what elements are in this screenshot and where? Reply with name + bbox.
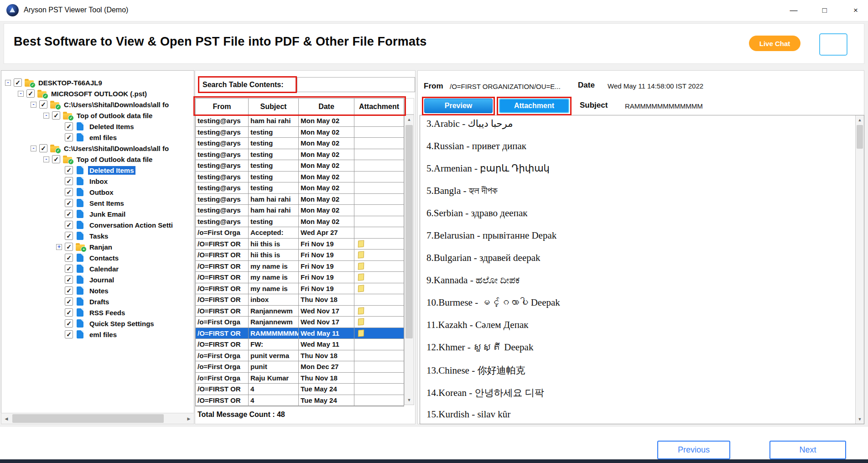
message-row[interactable]: testing@arysham hai rahiMon May 02 (196, 115, 404, 127)
tree-item-drafts[interactable]: ✓Drafts (1, 296, 194, 307)
table-vertical-scrollbar[interactable]: ▲ ▼ (404, 114, 414, 405)
message-row[interactable]: /O=FIRST OR (196, 406, 404, 406)
checkbox[interactable]: ✓ (65, 210, 73, 218)
preview-tab-button[interactable]: Preview (424, 99, 493, 113)
column-header-attachment[interactable]: Attachment (354, 99, 404, 115)
message-row[interactable]: testing@arystestingMon May 02 (196, 160, 404, 172)
tree-horizontal-scrollbar[interactable]: ◀ ▶ (1, 413, 194, 424)
tree-item-deleted-items[interactable]: ✓Deleted Items (1, 165, 194, 176)
message-row[interactable]: testing@arysham hai rahiMon May 02 (196, 205, 404, 216)
checkbox[interactable]: ✓ (65, 308, 73, 317)
checkbox[interactable]: ✓ (65, 286, 73, 295)
message-row[interactable]: testing@arystestingMon May 02 (196, 182, 404, 194)
message-row[interactable]: /O=FIRST OR4Tue May 24 (196, 395, 404, 406)
checkbox[interactable]: ✓ (65, 221, 73, 229)
message-row[interactable]: /O=FIRST ORRAMMMMMMMMWed May 11 (196, 328, 404, 339)
tree-item-notes[interactable]: ✓Notes (1, 285, 194, 296)
scrollbar-thumb[interactable] (857, 125, 863, 149)
collapse-icon[interactable]: - (31, 102, 36, 108)
message-row[interactable]: testing@arystestingMon May 02 (196, 149, 404, 161)
checkbox[interactable]: ✓ (65, 243, 73, 251)
search-input[interactable] (297, 77, 415, 92)
message-row[interactable]: testing@arystestingMon May 02 (196, 172, 404, 183)
close-button[interactable]: × (851, 6, 861, 15)
tree-item-eml-files[interactable]: ✓eml files (1, 329, 194, 340)
collapse-icon[interactable]: - (5, 80, 11, 86)
tree-item-microsoft-outlook-pst[interactable]: -✓✓MICROSOFT OUTLOOK (.pst) (1, 88, 194, 99)
message-row[interactable]: /o=First Orgapunit vermaThu Nov 18 (196, 350, 404, 362)
tree-item-inbox[interactable]: ✓Inbox (1, 176, 194, 187)
scroll-up-arrow-icon[interactable]: ▲ (856, 115, 864, 125)
message-row[interactable]: /O=FIRST ORinboxThu Nov 18 (196, 294, 404, 306)
tree-item-junk-email[interactable]: ✓Junk Email (1, 208, 194, 219)
tree-item-journal[interactable]: ✓Journal (1, 274, 194, 285)
tree-item-top-of-outlook-data-file[interactable]: -✓✓Top of Outlook data file (1, 110, 194, 121)
tree-item-sent-items[interactable]: ✓Sent Items (1, 198, 194, 208)
scrollbar-thumb[interactable] (12, 414, 164, 423)
checkbox[interactable]: ✓ (65, 177, 73, 185)
tree-item-ranjan[interactable]: +✓+Ranjan (1, 241, 194, 252)
tree-item-calendar[interactable]: ✓Calendar (1, 263, 194, 274)
column-header-date[interactable]: Date (299, 99, 354, 115)
message-row[interactable]: /O=FIRST OR4Tue May 24 (196, 384, 404, 395)
scroll-right-arrow-icon[interactable]: ▶ (184, 416, 194, 421)
message-row[interactable]: testing@arystestingMon May 02 (196, 127, 404, 138)
checkbox[interactable]: ✓ (26, 89, 35, 98)
tree-item-eml-files[interactable]: ✓eml files (1, 132, 194, 143)
tree-item-rss-feeds[interactable]: ✓RSS Feeds (1, 307, 194, 318)
next-button[interactable]: Next (769, 441, 846, 459)
tree-item-deleted-items[interactable]: ✓Deleted Items (1, 121, 194, 132)
column-header-from[interactable]: From (196, 99, 249, 115)
message-row[interactable]: /O=FIRST ORRanjannewmWed Nov 17 (196, 306, 404, 317)
tree-item-c-users-shital-downloads-all-fo[interactable]: -✓✓C:\Users\Shital\Downloads\all fo (1, 143, 194, 154)
checkbox[interactable]: ✓ (65, 188, 73, 196)
checkbox[interactable]: ✓ (65, 276, 73, 284)
tree-item-outbox[interactable]: ✓Outbox (1, 187, 194, 198)
collapse-icon[interactable]: - (43, 156, 49, 162)
message-row[interactable]: /o=First OrgaRanjannewmWed Nov 17 (196, 317, 404, 328)
tree-item-desktop-t66ajl9[interactable]: -✓✓DESKTOP-T66AJL9 (1, 77, 194, 88)
checkbox[interactable]: ✓ (65, 232, 73, 240)
checkbox[interactable]: ✓ (65, 319, 73, 328)
message-row[interactable]: /o=First OrgaRaju KumarThu Nov 18 (196, 373, 404, 384)
checkbox[interactable]: ✓ (65, 330, 73, 338)
tree-item-top-of-outlook-data-file[interactable]: -✓✓Top of Outlook data file (1, 154, 194, 165)
hamburger-menu-button[interactable] (819, 33, 847, 56)
column-header-subject[interactable]: Subject (249, 99, 299, 115)
tree-item-conversation-action-setti[interactable]: ✓Conversation Action Setti (1, 219, 194, 230)
message-row[interactable]: /o=First OrgapunitMon Dec 27 (196, 361, 404, 373)
scroll-up-arrow-icon[interactable]: ▲ (405, 115, 414, 124)
message-row[interactable]: /O=FIRST ORFW:Wed May 11 (196, 339, 404, 350)
tree-item-tasks[interactable]: ✓Tasks (1, 230, 194, 241)
tree-item-c-users-shital-downloads-all-fo[interactable]: -✓✓C:\Users\Shital\Downloads\all fo (1, 99, 194, 110)
scroll-down-arrow-icon[interactable]: ▼ (405, 395, 414, 405)
maximize-button[interactable]: □ (820, 6, 830, 15)
message-row[interactable]: /O=FIRST ORmy name isFri Nov 19 (196, 261, 404, 272)
scroll-left-arrow-icon[interactable]: ◀ (1, 416, 11, 421)
tree-item-contacts[interactable]: ✓Contacts (1, 252, 194, 263)
checkbox[interactable]: ✓ (65, 199, 73, 207)
attachment-tab-button[interactable]: Attachment (499, 99, 569, 113)
message-row[interactable]: testing@arystestingMon May 02 (196, 216, 404, 228)
scroll-down-arrow-icon[interactable]: ▼ (856, 415, 864, 424)
expand-icon[interactable]: + (56, 244, 62, 250)
preview-vertical-scrollbar[interactable]: ▲ ▼ (855, 115, 864, 424)
tree-item-quick-step-settings[interactable]: ✓Quick Step Settings (1, 318, 194, 329)
scrollbar-thumb[interactable] (405, 125, 413, 338)
checkbox[interactable]: ✓ (39, 144, 47, 152)
collapse-icon[interactable]: - (43, 113, 49, 119)
message-row[interactable]: testing@arystestingMon May 02 (196, 138, 404, 149)
message-row[interactable]: /o=First OrgaAccepted:Wed Apr 27 (196, 227, 404, 239)
collapse-icon[interactable]: - (31, 146, 36, 151)
message-row[interactable]: /O=FIRST ORmy name isFri Nov 19 (196, 283, 404, 295)
message-row[interactable]: testing@arysham hai rahiMon May 02 (196, 194, 404, 205)
minimize-button[interactable]: — (789, 6, 799, 15)
checkbox[interactable]: ✓ (52, 155, 60, 163)
collapse-icon[interactable]: - (18, 91, 24, 97)
live-chat-button[interactable]: Live Chat (749, 36, 800, 51)
checkbox[interactable]: ✓ (65, 265, 73, 273)
checkbox[interactable]: ✓ (39, 100, 47, 109)
checkbox[interactable]: ✓ (65, 254, 73, 262)
message-row[interactable]: /O=FIRST ORhii this isFri Nov 19 (196, 239, 404, 250)
previous-button[interactable]: Previous (657, 441, 730, 459)
